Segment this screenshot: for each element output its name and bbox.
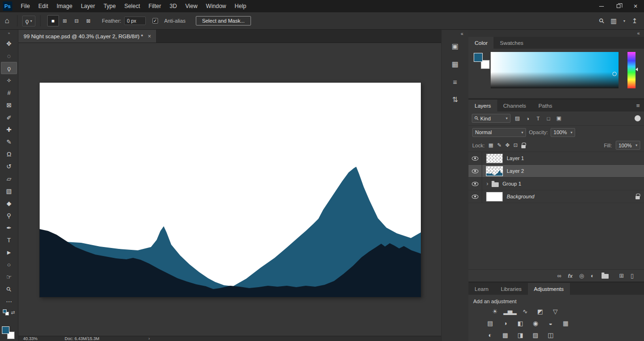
hand-tool[interactable]: ☞ (1, 271, 17, 283)
filter-smart-objects-icon[interactable]: ▣ (554, 114, 563, 123)
layer-mask-icon[interactable]: ◎ (579, 273, 584, 279)
select-and-mask-button[interactable]: Select and Mask... (196, 16, 251, 26)
zoom-tool[interactable]: ⚲ (1, 283, 17, 295)
visibility-toggle[interactable] (468, 178, 482, 190)
brush-tool[interactable]: ✎ (1, 136, 17, 148)
home-icon[interactable]: ⌂ (0, 17, 14, 25)
lock-artboard-icon[interactable]: ⊡ (513, 142, 518, 148)
filtering-toggle[interactable] (635, 115, 641, 121)
color-cursor[interactable] (612, 72, 617, 76)
visibility-toggle[interactable] (468, 190, 482, 203)
menu-type[interactable]: Type (99, 0, 120, 12)
history-brush-tool[interactable]: ↺ (1, 160, 17, 172)
adjustment-brightness-contrast-icon[interactable]: ☀ (489, 307, 500, 316)
add-to-selection-button[interactable]: ⊞ (59, 15, 71, 26)
properties-panel-icon[interactable]: ▣ (452, 42, 458, 51)
edit-toolbar[interactable]: ⋯ (1, 295, 17, 307)
adjustment-posterize-icon[interactable]: ▩ (500, 331, 510, 340)
collapse-panels-icon[interactable]: « (637, 31, 640, 36)
lock-position-icon[interactable]: ✥ (505, 142, 510, 148)
menu-window[interactable]: Window (202, 0, 231, 12)
quick-selection-tool[interactable]: ✧ (1, 74, 17, 86)
clone-stamp-tool[interactable]: Ω (1, 148, 17, 160)
toolbar-expand-icon[interactable]: » (8, 31, 10, 35)
foreground-color-swatch[interactable] (474, 53, 483, 62)
new-layer-icon[interactable]: ⊞ (619, 273, 624, 279)
adjustment-black-white-icon[interactable]: ◧ (515, 319, 526, 328)
adjustment-photo-filter-icon[interactable]: ◉ (530, 319, 541, 328)
tab-layers[interactable]: Layers (468, 100, 497, 111)
status-chevron-icon[interactable]: › (149, 336, 150, 341)
blend-mode-select[interactable]: Normal ▾ (472, 128, 526, 137)
menu-filter[interactable]: Filter (144, 0, 166, 12)
visibility-toggle[interactable] (468, 165, 482, 177)
close-icon[interactable]: × (148, 33, 151, 40)
visibility-toggle[interactable] (468, 152, 482, 164)
tab-color[interactable]: Color (468, 37, 493, 49)
hue-slider[interactable] (627, 52, 636, 88)
new-selection-button[interactable]: ■ (47, 15, 59, 26)
eyedropper-tool[interactable]: ✏ (1, 111, 17, 123)
layer-effects-icon[interactable]: fx (568, 273, 573, 279)
subtract-from-selection-button[interactable]: ⊟ (71, 15, 83, 26)
tab-libraries[interactable]: Libraries (494, 283, 527, 295)
type-tool[interactable]: T (1, 234, 17, 246)
document-tab[interactable]: 99 Night scape.psd @ 40.3% (Layer 2, RGB… (18, 30, 157, 43)
dodge-tool[interactable]: ⚲ (1, 209, 17, 222)
info-panel-icon[interactable]: ≡ (453, 78, 457, 86)
layer-thumbnail[interactable] (486, 166, 503, 176)
filter-pixel-layers-icon[interactable]: ▨ (513, 114, 522, 123)
menu-3d[interactable]: 3D (165, 0, 181, 12)
zoom-level[interactable]: 40.33% (18, 336, 52, 341)
adjustment-selective-color-icon[interactable]: ◫ (545, 331, 556, 340)
histogram-panel-icon[interactable]: ▦ (452, 60, 458, 68)
tool-preset-picker[interactable]: ϙ ▾ (22, 16, 35, 26)
adjustment-exposure-icon[interactable]: ◩ (535, 307, 545, 316)
lock-all-icon[interactable] (521, 145, 526, 148)
layer-thumbnail[interactable] (486, 192, 503, 202)
expand-panels-icon[interactable]: « (460, 31, 463, 36)
close-button[interactable]: ✕ (627, 0, 644, 12)
filter-type-layers-icon[interactable]: T (534, 114, 543, 123)
tab-swatches[interactable]: Swatches (493, 37, 529, 49)
menu-edit[interactable]: Edit (34, 0, 52, 12)
chevron-down-icon[interactable]: ▾ (623, 19, 625, 23)
lock-image-pixels-icon[interactable]: ✎ (497, 142, 502, 148)
workspace-icon[interactable]: ▥ (611, 17, 617, 25)
opacity-select[interactable]: 100% ▾ (551, 128, 575, 137)
search-icon[interactable]: ⚲ (597, 17, 606, 26)
frame-tool[interactable]: ⊠ (1, 99, 17, 111)
path-selection-tool[interactable]: ► (1, 246, 17, 258)
adjustment-channel-mixer-icon[interactable]: ◒ (545, 319, 556, 328)
shape-tool[interactable]: ○ (1, 258, 17, 271)
menu-view[interactable]: View (181, 0, 202, 12)
anti-alias-checkbox[interactable]: ✓ (152, 18, 158, 24)
adjustment-vibrance-icon[interactable]: ▽ (550, 307, 560, 316)
adjustment-color-lookup-icon[interactable]: ▦ (560, 319, 571, 328)
lasso-tool[interactable]: ϙ (1, 62, 17, 74)
restore-button[interactable] (610, 0, 627, 12)
default-colors-icon[interactable] (3, 309, 9, 315)
filter-shape-layers-icon[interactable]: □ (544, 114, 553, 123)
hue-slider-cursor[interactable] (636, 68, 638, 71)
adjustment-gradient-map-icon[interactable]: ▨ (530, 331, 541, 340)
share-icon[interactable]: ↥ (632, 17, 637, 25)
move-tool[interactable]: ✥ (1, 37, 17, 50)
panel-menu-icon[interactable]: ≡ (636, 102, 644, 109)
saturation-brightness-field[interactable] (491, 52, 619, 88)
tab-adjustments[interactable]: Adjustments (528, 283, 570, 295)
filter-adjustment-layers-icon[interactable]: ◑ (523, 114, 532, 123)
history-panel-icon[interactable]: ⇅ (452, 95, 458, 104)
adjustment-threshold-icon[interactable]: ◨ (515, 331, 526, 340)
marquee-tool[interactable]: ◌ (1, 50, 17, 62)
swap-colors-icon[interactable]: ⇄ (11, 310, 15, 315)
minimize-button[interactable] (593, 0, 610, 12)
blur-tool[interactable]: ◆ (1, 197, 17, 209)
adjustment-curves-icon[interactable]: ∿ (519, 307, 530, 316)
gradient-tool[interactable]: ▧ (1, 185, 17, 197)
adjustment-hue-saturation-icon[interactable]: ▤ (485, 319, 495, 328)
eraser-tool[interactable]: ▱ (1, 172, 17, 185)
menu-layer[interactable]: Layer (76, 0, 99, 12)
tab-learn[interactable]: Learn (468, 283, 494, 295)
menu-select[interactable]: Select (120, 0, 144, 12)
